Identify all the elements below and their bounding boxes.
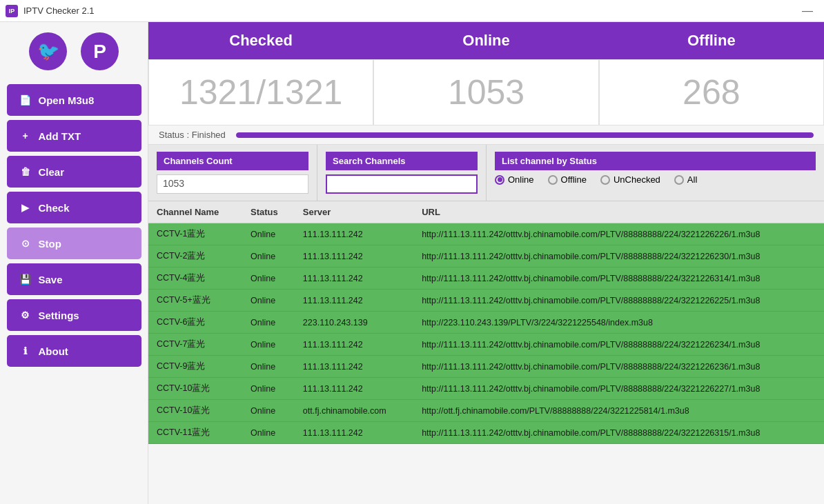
radio-group: Online Offline UnChecked All	[495, 174, 816, 185]
check-icon: ▶	[19, 202, 32, 213]
offline-card: Offline 268	[599, 22, 824, 125]
twitter-icon[interactable]: 🐦	[29, 32, 67, 70]
open-m3u8-label: Open M3u8	[39, 94, 95, 106]
clear-label: Clear	[39, 166, 65, 178]
radio-label-offline: Offline	[561, 174, 587, 185]
cell-url: http://111.13.111.242/otttv.bj.chinamobi…	[413, 422, 824, 444]
cell-url: http://ott.fj.chinamobile.com/PLTV/88888…	[413, 400, 824, 422]
check-label: Check	[39, 202, 70, 214]
cell-url: http://111.13.111.242/otttv.bj.chinamobi…	[413, 356, 824, 378]
cell-server: 111.13.111.242	[295, 422, 413, 444]
offline-label: Offline	[599, 22, 824, 59]
cell-status: Online	[242, 400, 295, 422]
checked-card: Checked 1321/1321	[148, 22, 373, 125]
sidebar-btn-check[interactable]: ▶Check	[7, 192, 141, 223]
online-label: Online	[373, 22, 598, 59]
content-area: Checked 1321/1321 Online 1053 Offline 26…	[148, 22, 824, 504]
cell-status: Online	[242, 356, 295, 378]
clear-icon: 🗑	[19, 166, 32, 177]
search-input[interactable]	[326, 174, 478, 194]
cell-name: CCTV-10蓝光	[148, 400, 242, 422]
cell-status: Online	[242, 290, 295, 312]
add-txt-icon: +	[19, 130, 32, 141]
cell-status: Online	[242, 334, 295, 356]
table-row[interactable]: CCTV-11蓝光Online111.13.111.242http://111.…	[148, 422, 824, 444]
cell-server: 111.13.111.242	[295, 356, 413, 378]
radio-all[interactable]: All	[674, 174, 697, 185]
sidebar-btn-clear[interactable]: 🗑Clear	[7, 156, 141, 188]
sidebar-buttons: 📄Open M3u8+Add TXT🗑Clear▶Check⊙Stop💾Save…	[7, 84, 141, 371]
online-value: 1053	[373, 59, 598, 125]
radio-label-online: Online	[508, 174, 534, 185]
radio-unchecked[interactable]: UnChecked	[600, 174, 660, 185]
add-txt-label: Add TXT	[39, 130, 81, 142]
cell-server: 223.110.243.139	[295, 312, 413, 334]
filter-row: Channels Count 1053 Search Channels List…	[148, 145, 824, 201]
cell-server: 111.13.111.242	[295, 290, 413, 312]
table-row[interactable]: CCTV-6蓝光Online223.110.243.139http://223.…	[148, 312, 824, 334]
cell-name: CCTV-9蓝光	[148, 356, 242, 378]
channel-table: Channel NameStatusServerURL CCTV-1蓝光Onli…	[148, 201, 824, 444]
sidebar-btn-about[interactable]: ℹAbout	[7, 335, 141, 367]
app-title: IPTV Checker 2.1	[23, 6, 796, 16]
cell-url: http://111.13.111.242/otttv.bj.chinamobi…	[413, 378, 824, 400]
stats-row: Checked 1321/1321 Online 1053 Offline 26…	[148, 22, 824, 125]
progress-bar-fill	[236, 132, 814, 138]
checked-label: Checked	[148, 22, 373, 59]
cell-url: http://111.13.111.242/otttv.bj.chinamobi…	[413, 268, 824, 290]
table-row[interactable]: CCTV-1蓝光Online111.13.111.242http://111.1…	[148, 223, 824, 245]
paypal-icon[interactable]: P	[81, 32, 119, 70]
cell-status: Online	[242, 422, 295, 444]
table-header: Channel NameStatusServerURL	[148, 201, 824, 223]
stop-icon: ⊙	[19, 238, 32, 249]
table-row[interactable]: CCTV-9蓝光Online111.13.111.242http://111.1…	[148, 356, 824, 378]
radio-online[interactable]: Online	[495, 174, 534, 185]
cell-name: CCTV-2蓝光	[148, 245, 242, 268]
radio-offline[interactable]: Offline	[548, 174, 587, 185]
cell-server: ott.fj.chinamobile.com	[295, 400, 413, 422]
radio-dot-offline	[548, 175, 558, 185]
about-label: About	[39, 345, 68, 357]
col-header-status: Status	[242, 201, 295, 223]
col-header-channel-name: Channel Name	[148, 201, 242, 223]
cell-name: CCTV-6蓝光	[148, 312, 242, 334]
cell-server: 111.13.111.242	[295, 268, 413, 290]
table-row[interactable]: CCTV-4蓝光Online111.13.111.242http://111.1…	[148, 268, 824, 290]
main-layout: 🐦 P 📄Open M3u8+Add TXT🗑Clear▶Check⊙Stop💾…	[0, 22, 824, 504]
table-body: CCTV-1蓝光Online111.13.111.242http://111.1…	[148, 223, 824, 444]
cell-name: CCTV-10蓝光	[148, 378, 242, 400]
status-text: Status : Finished	[159, 130, 226, 140]
radio-dot-online	[495, 175, 504, 185]
cell-status: Online	[242, 378, 295, 400]
sidebar-btn-open-m3u8[interactable]: 📄Open M3u8	[7, 84, 141, 116]
settings-label: Settings	[39, 310, 79, 321]
progress-bar	[236, 132, 814, 138]
table-row[interactable]: CCTV-10蓝光Online111.13.111.242http://111.…	[148, 378, 824, 400]
minimize-button[interactable]: —	[796, 5, 818, 17]
channels-count-label: Channels Count	[157, 152, 308, 170]
channels-count-value: 1053	[157, 174, 308, 194]
offline-value: 268	[599, 59, 824, 125]
online-card: Online 1053	[373, 22, 598, 125]
list-status-section: List channel by Status Online Offline Un…	[487, 145, 824, 201]
status-bar: Status : Finished	[148, 125, 824, 145]
sidebar: 🐦 P 📄Open M3u8+Add TXT🗑Clear▶Check⊙Stop💾…	[0, 22, 148, 504]
cell-status: Online	[242, 245, 295, 268]
sidebar-btn-stop: ⊙Stop	[7, 228, 141, 259]
sidebar-btn-settings[interactable]: ⚙Settings	[7, 299, 141, 331]
checked-value: 1321/1321	[148, 59, 373, 125]
open-m3u8-icon: 📄	[19, 94, 32, 105]
table-row[interactable]: CCTV-7蓝光Online111.13.111.242http://111.1…	[148, 334, 824, 356]
cell-status: Online	[242, 268, 295, 290]
radio-label-all: All	[687, 174, 697, 185]
sidebar-btn-add-txt[interactable]: +Add TXT	[7, 120, 141, 152]
table-row[interactable]: CCTV-2蓝光Online111.13.111.242http://111.1…	[148, 245, 824, 268]
table-row[interactable]: CCTV-5+蓝光Online111.13.111.242http://111.…	[148, 290, 824, 312]
sidebar-btn-save[interactable]: 💾Save	[7, 263, 141, 295]
cell-status: Online	[242, 223, 295, 245]
radio-label-unchecked: UnChecked	[614, 174, 660, 185]
cell-name: CCTV-11蓝光	[148, 422, 242, 444]
col-header-server: Server	[295, 201, 413, 223]
table-row[interactable]: CCTV-10蓝光Onlineott.fj.chinamobile.comhtt…	[148, 400, 824, 422]
settings-icon: ⚙	[19, 310, 32, 321]
